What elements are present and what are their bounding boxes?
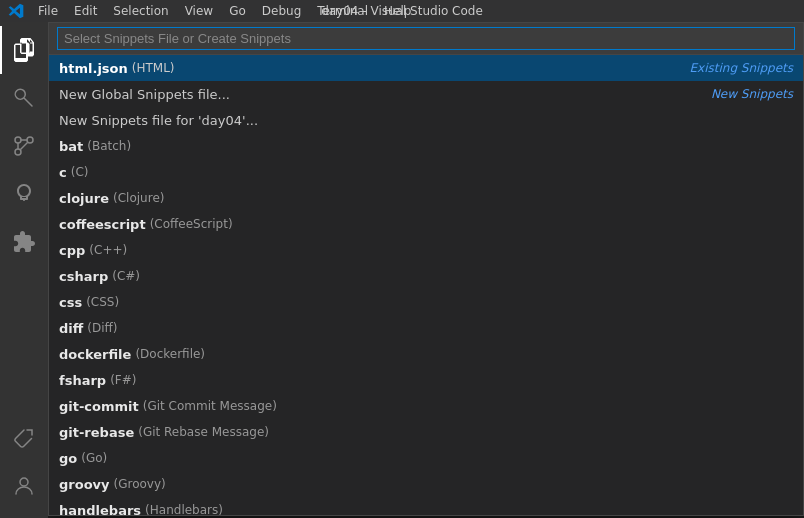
item-fullname: New Global Snippets file...	[59, 87, 230, 102]
list-item-left: clojure (Clojure)	[59, 191, 164, 206]
list-item-left: handlebars (Handlebars)	[59, 503, 223, 516]
item-badge: Existing Snippets	[690, 61, 793, 75]
menu-view[interactable]: View	[177, 2, 221, 20]
list-item-left: c (C)	[59, 165, 88, 180]
list-item-left: fsharp (F#)	[59, 373, 136, 388]
item-lang: (C++)	[89, 243, 127, 257]
list-item-left: git-commit (Git Commit Message)	[59, 399, 277, 414]
activity-icon-debug[interactable]	[0, 170, 48, 218]
menu-edit[interactable]: Edit	[66, 2, 105, 20]
item-lang: (F#)	[110, 373, 136, 387]
list-item-left: diff (Diff)	[59, 321, 118, 336]
list-item-left: git-rebase (Git Rebase Message)	[59, 425, 269, 440]
list-item-left: html.json (HTML)	[59, 61, 175, 76]
list-item[interactable]: clojure (Clojure)	[49, 185, 803, 211]
dropdown-list[interactable]: html.json (HTML)Existing SnippetsNew Glo…	[49, 55, 803, 515]
list-item[interactable]: cpp (C++)	[49, 237, 803, 263]
svg-point-2	[27, 137, 33, 143]
menu-selection[interactable]: Selection	[105, 2, 176, 20]
item-name: fsharp	[59, 373, 106, 388]
item-lang: (Handlebars)	[145, 503, 223, 515]
item-name: html.json	[59, 61, 128, 76]
list-item[interactable]: html.json (HTML)Existing Snippets	[49, 55, 803, 81]
titlebar: File Edit Selection View Go Debug Termin…	[0, 0, 804, 22]
item-lang: (C#)	[112, 269, 140, 283]
item-lang: (Git Rebase Message)	[138, 425, 269, 439]
list-item[interactable]: diff (Diff)	[49, 315, 803, 341]
list-item[interactable]: go (Go)	[49, 445, 803, 471]
list-item-left: New Global Snippets file...	[59, 87, 230, 102]
search-input[interactable]	[57, 27, 795, 50]
menu-file[interactable]: File	[30, 2, 66, 20]
item-name: csharp	[59, 269, 108, 284]
main-content: html.json (HTML)Existing SnippetsNew Glo…	[0, 22, 804, 518]
item-name: git-rebase	[59, 425, 134, 440]
list-item-left: coffeescript (CoffeeScript)	[59, 217, 233, 232]
item-lang: (C)	[71, 165, 89, 179]
menu-debug[interactable]: Debug	[254, 2, 309, 20]
item-badge: New Snippets	[711, 87, 793, 101]
list-item[interactable]: New Global Snippets file...New Snippets	[49, 81, 803, 107]
activity-icon-source-control[interactable]	[0, 122, 48, 170]
svg-point-6	[20, 478, 28, 486]
item-lang: (Dockerfile)	[135, 347, 205, 361]
list-item[interactable]: coffeescript (CoffeeScript)	[49, 211, 803, 237]
list-item-left: cpp (C++)	[59, 243, 127, 258]
activity-bar	[0, 22, 48, 518]
item-name: cpp	[59, 243, 85, 258]
list-item[interactable]: handlebars (Handlebars)	[49, 497, 803, 515]
list-item[interactable]: fsharp (F#)	[49, 367, 803, 393]
list-item-left: dockerfile (Dockerfile)	[59, 347, 205, 362]
activity-icon-explorer[interactable]	[0, 26, 48, 74]
item-lang: (Go)	[81, 451, 107, 465]
item-name: clojure	[59, 191, 109, 206]
item-fullname: New Snippets file for 'day04'...	[59, 113, 258, 128]
list-item[interactable]: css (CSS)	[49, 289, 803, 315]
item-lang: (Git Commit Message)	[143, 399, 277, 413]
list-item[interactable]: c (C)	[49, 159, 803, 185]
list-item-left: csharp (C#)	[59, 269, 140, 284]
list-item[interactable]: dockerfile (Dockerfile)	[49, 341, 803, 367]
list-item[interactable]: groovy (Groovy)	[49, 471, 803, 497]
menu-go[interactable]: Go	[221, 2, 254, 20]
activity-icon-search[interactable]	[0, 74, 48, 122]
svg-point-1	[15, 149, 21, 155]
editor-area: html.json (HTML)Existing SnippetsNew Glo…	[48, 22, 804, 518]
item-name: handlebars	[59, 503, 141, 516]
item-lang: (CSS)	[86, 295, 119, 309]
list-item-left: New Snippets file for 'day04'...	[59, 113, 258, 128]
svg-line-5	[21, 143, 28, 150]
item-name: groovy	[59, 477, 110, 492]
list-item[interactable]: git-rebase (Git Rebase Message)	[49, 419, 803, 445]
list-item[interactable]: bat (Batch)	[49, 133, 803, 159]
vscode-icon	[8, 3, 24, 19]
window-title: day04 - Visual Studio Code	[321, 4, 483, 18]
list-item[interactable]: csharp (C#)	[49, 263, 803, 289]
item-name: coffeescript	[59, 217, 146, 232]
item-lang: (CoffeeScript)	[150, 217, 233, 231]
item-lang: (Clojure)	[113, 191, 164, 205]
activity-bottom	[0, 414, 48, 518]
item-lang: (Groovy)	[114, 477, 166, 491]
list-item-left: go (Go)	[59, 451, 107, 466]
item-lang: (Diff)	[87, 321, 117, 335]
item-name: git-commit	[59, 399, 139, 414]
item-lang: (Batch)	[87, 139, 131, 153]
activity-icon-test[interactable]	[0, 414, 48, 462]
item-name: c	[59, 165, 67, 180]
snippets-dropdown: html.json (HTML)Existing SnippetsNew Glo…	[48, 22, 804, 516]
item-name: dockerfile	[59, 347, 131, 362]
item-name: diff	[59, 321, 83, 336]
item-name: css	[59, 295, 82, 310]
item-lang: (HTML)	[132, 61, 175, 75]
list-item[interactable]: git-commit (Git Commit Message)	[49, 393, 803, 419]
item-name: go	[59, 451, 77, 466]
activity-icon-account[interactable]	[0, 462, 48, 510]
activity-icon-extensions[interactable]	[0, 218, 48, 266]
list-item-left: css (CSS)	[59, 295, 119, 310]
item-name: bat	[59, 139, 83, 154]
list-item-left: groovy (Groovy)	[59, 477, 166, 492]
list-item[interactable]: New Snippets file for 'day04'...	[49, 107, 803, 133]
svg-point-0	[15, 137, 21, 143]
list-item-left: bat (Batch)	[59, 139, 131, 154]
